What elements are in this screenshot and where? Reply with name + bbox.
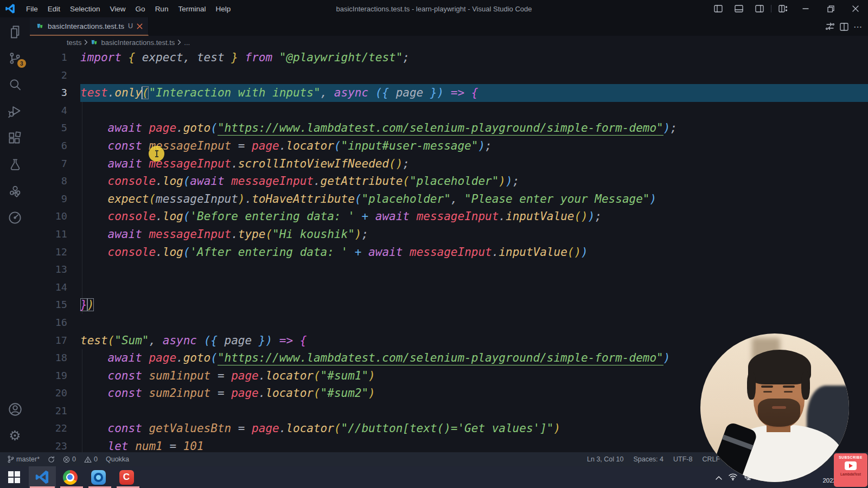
line-number-20: 20 — [30, 384, 67, 402]
code-line-1[interactable]: import { expect, test } from "@playwrigh… — [80, 49, 868, 67]
menu-terminal[interactable]: Terminal — [173, 3, 210, 15]
warnings-item[interactable]: 0 — [84, 455, 98, 463]
code-line-12[interactable]: console.log('After entering data: ' + aw… — [80, 243, 868, 261]
code-line-9[interactable]: expect(messageInput).toHaveAttribute("pl… — [80, 190, 868, 208]
toggle-primary-sidebar-icon[interactable] — [708, 0, 729, 17]
code-line-6[interactable]: const messageInput = page.locator("input… — [80, 137, 868, 155]
code-line-8[interactable]: console.log(await messageInput.getAttrib… — [80, 172, 868, 190]
start-button[interactable] — [1, 468, 27, 486]
menu-selection[interactable]: Selection — [65, 3, 105, 15]
tray-chevron-up-icon[interactable] — [715, 473, 723, 483]
breadcrumb-file[interactable]: basicInteractions.test.ts — [101, 38, 175, 47]
person-hair — [747, 371, 756, 400]
todo-tree-icon[interactable] — [0, 178, 30, 204]
menu-bar: FileEditSelectionViewGoRunTerminalHelp — [21, 3, 235, 15]
playwright-file-icon — [91, 38, 98, 46]
menu-help[interactable]: Help — [210, 3, 235, 15]
webcam-overlay — [700, 333, 849, 482]
camera-app-taskbar-icon[interactable] — [85, 468, 111, 486]
settings-gear-icon[interactable]: ⚙ — [0, 422, 30, 449]
youtube-play-icon — [845, 461, 857, 470]
extensions-icon[interactable] — [0, 125, 30, 151]
explorer-icon[interactable] — [0, 18, 30, 45]
person-eye — [784, 391, 793, 393]
split-editor-icon[interactable] — [840, 23, 848, 31]
error-icon — [63, 456, 70, 463]
breadcrumb-symbol[interactable]: ... — [184, 38, 190, 47]
toggle-secondary-sidebar-icon[interactable] — [749, 0, 770, 17]
camtasia-taskbar-icon[interactable]: C — [113, 468, 139, 486]
person-mouth — [772, 406, 786, 409]
menu-go[interactable]: Go — [131, 3, 150, 15]
code-line-15[interactable]: }) — [80, 296, 868, 314]
line-number-17: 17 — [30, 332, 67, 350]
menu-file[interactable]: File — [21, 3, 43, 15]
line-number-2: 2 — [30, 67, 67, 85]
accounts-icon[interactable] — [0, 396, 30, 422]
line-number-6: 6 — [30, 137, 67, 155]
testing-flask-icon[interactable] — [0, 151, 30, 178]
subscribe-watermark: SUBSCRIBE LambdaTest — [834, 453, 867, 487]
errors-item[interactable]: 0 — [63, 455, 76, 463]
indent-guide — [82, 349, 82, 452]
line-number-7: 7 — [30, 155, 67, 173]
sync-button[interactable] — [48, 456, 55, 463]
line-number-21: 21 — [30, 402, 67, 420]
menu-run[interactable]: Run — [150, 3, 174, 15]
source-control-badge: 3 — [17, 59, 26, 68]
line-number-23: 23 — [30, 438, 67, 452]
breadcrumb-folder[interactable]: tests — [67, 38, 81, 47]
windows-start-icon — [8, 471, 20, 483]
toggle-panel-icon[interactable] — [729, 0, 749, 17]
source-control-icon[interactable]: 3 — [0, 45, 30, 72]
tab-basicinteractions[interactable]: basicInteractions.test.ts U — [30, 17, 149, 36]
titlebar-separator — [771, 5, 771, 12]
person-eye — [763, 391, 772, 393]
menu-edit[interactable]: Edit — [43, 3, 65, 15]
code-line-4[interactable] — [80, 102, 868, 120]
window-title: basicInteractions.test.ts - learn-playwr… — [336, 5, 532, 13]
run-and-debug-icon[interactable] — [0, 98, 30, 125]
customize-layout-icon[interactable] — [773, 0, 793, 17]
eol-item[interactable]: CRLF — [702, 455, 720, 463]
breadcrumb: tests basicInteractions.test.ts ... — [30, 36, 868, 49]
close-button[interactable] — [843, 0, 868, 17]
channel-label: LambdaTest — [840, 472, 861, 476]
open-changes-icon[interactable] — [825, 22, 835, 31]
menu-view[interactable]: View — [105, 3, 131, 15]
line-number-16: 16 — [30, 314, 67, 332]
line-number-4: 4 — [30, 102, 67, 120]
tab-close-icon[interactable] — [137, 23, 143, 29]
quokka-item[interactable]: Quokka — [106, 455, 129, 463]
gauge-icon[interactable] — [0, 204, 30, 231]
code-line-2[interactable] — [80, 67, 868, 85]
person-eyebrow — [783, 386, 795, 388]
chrome-taskbar-icon[interactable] — [57, 468, 83, 486]
indentation-item[interactable]: Spaces: 4 — [633, 455, 663, 463]
wifi-icon[interactable] — [728, 473, 738, 483]
person-beard — [758, 399, 800, 427]
code-line-10[interactable]: console.log('Before entering data: ' + a… — [80, 208, 868, 226]
errors-count: 0 — [72, 455, 76, 463]
more-actions-icon[interactable]: ⋯ — [853, 22, 863, 32]
cursor-position-item[interactable]: Ln 3, Col 10 — [587, 455, 623, 463]
git-branch-item[interactable]: master* — [7, 455, 40, 463]
restore-button[interactable] — [818, 0, 843, 17]
code-line-13[interactable] — [80, 261, 868, 279]
search-icon[interactable] — [0, 72, 30, 98]
vscode-window: FileEditSelectionViewGoRunTerminalHelp b… — [0, 0, 868, 488]
line-number-8: 8 — [30, 172, 67, 190]
vscode-logo — [5, 3, 16, 14]
line-number-10: 10 — [30, 208, 67, 226]
minimize-button[interactable] — [793, 0, 818, 17]
code-line-7[interactable]: await messageInput.scrollIntoViewIfNeede… — [80, 155, 868, 173]
code-line-3[interactable]: test.only("Interaction with inputs", asy… — [80, 84, 868, 102]
encoding-item[interactable]: UTF-8 — [673, 455, 692, 463]
vscode-taskbar-icon[interactable] — [29, 468, 55, 486]
code-line-16[interactable] — [80, 314, 868, 332]
line-number-5: 5 — [30, 119, 67, 137]
line-number-1: 1 — [30, 49, 67, 67]
code-line-14[interactable] — [80, 279, 868, 297]
code-line-11[interactable]: await messageInput.type("Hi koushik"); — [80, 226, 868, 243]
code-line-5[interactable]: await page.goto("https://www.lambdatest.… — [80, 119, 868, 137]
